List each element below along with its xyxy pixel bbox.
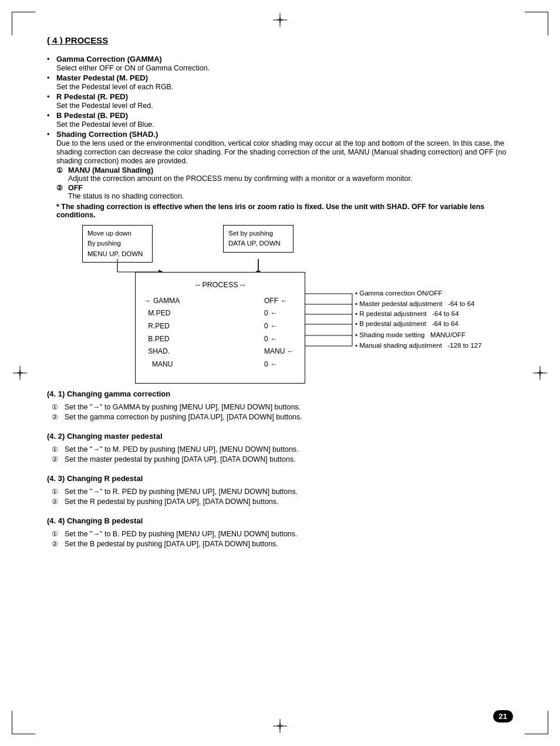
step-1-1: ② Set the master pedestal by pushing [DA…: [52, 455, 513, 463]
step-0-0: ① Set the "→" to GAMMA by pushing [MENU …: [52, 403, 513, 411]
warning-text: * The shading correction is effective wh…: [56, 203, 513, 219]
bullet-desc: Due to the lens used or the environmenta…: [56, 139, 506, 165]
numbered-item-1: ② OFFThe status is no shading correction…: [56, 184, 513, 200]
page-number: 21: [493, 710, 513, 723]
bullet-item-3: • B Pedestal (B. PED) Set the Pedestal l…: [47, 111, 513, 129]
step-text: Set the "→" to R. PED by pushing [MENU U…: [65, 488, 513, 496]
bullet-dot: •: [47, 92, 56, 110]
section-heading-0: (4. 1) Changing gamma correction: [47, 389, 513, 398]
bullet-dot: •: [47, 55, 56, 72]
bullet-desc: Set the Pedestal level of each RGB.: [56, 83, 173, 91]
crosshair-right: [533, 366, 547, 380]
diagram-row-gamma: → GAMMA OFF ←: [144, 295, 296, 308]
corner-mark-tl: [12, 12, 35, 35]
corner-mark-bl: [12, 711, 35, 734]
step-text: Set the "→" to GAMMA by pushing [MENU UP…: [65, 403, 513, 411]
step-text: Set the R pedestal by pushing [DATA UP],…: [65, 498, 513, 506]
diagram-row-mped: M.PED 0 ←: [144, 307, 296, 320]
section-0: (4. 1) Changing gamma correction ① Set t…: [47, 389, 513, 421]
bullet-desc: Set the Pedestal level of Blue.: [56, 120, 154, 129]
step-0-1: ② Set the gamma correction by pushing [D…: [52, 413, 513, 421]
section-heading-1: (4. 2) Changing master pedestal: [47, 432, 513, 441]
bullet-content: Shading Correction (SHAD.) Due to the le…: [56, 130, 513, 165]
bullet-list: • Gamma Correction (GAMMA) Select either…: [47, 55, 513, 165]
diagram-box: -- PROCESS -- → GAMMA OFF ← M.PED 0 ← R.…: [135, 272, 305, 384]
annotation-manu: • Manual shading adjustment -128 to 127: [355, 341, 482, 350]
bullet-label: Master Pedestal (M. PED): [56, 73, 148, 82]
section-heading-3: (4. 4) Changing B pedestal: [47, 516, 513, 525]
corner-mark-tr: [525, 12, 548, 35]
bullet-label: Gamma Correction (GAMMA): [56, 55, 162, 63]
section-3: (4. 4) Changing B pedestal ① Set the "→"…: [47, 516, 513, 548]
bullet-desc: Set the Pedestal level of Red.: [56, 102, 153, 110]
bullet-item-2: • R Pedestal (R. PED) Set the Pedestal l…: [47, 92, 513, 110]
step-2-1: ② Set the R pedestal by pushing [DATA UP…: [52, 498, 513, 506]
annotation-rped: • R pedestal adjustment -64 to 64: [355, 309, 459, 318]
bullet-content: Gamma Correction (GAMMA) Select either O…: [56, 55, 513, 72]
bullet-content: R Pedestal (R. PED) Set the Pedestal lev…: [56, 92, 513, 110]
num-circle: ②: [56, 184, 68, 200]
bullet-item-4: • Shading Correction (SHAD.) Due to the …: [47, 130, 513, 165]
bullet-dot: •: [47, 73, 56, 91]
bullet-content: B Pedestal (B. PED) Set the Pedestal lev…: [56, 111, 513, 129]
num-content: MANU (Manual Shading)Adjust the correcti…: [68, 166, 513, 183]
num-circle: ①: [56, 166, 68, 183]
callout-move: Move up downBy pushingMENU UP, DOWN: [82, 225, 153, 263]
bullet-label: B Pedestal (B. PED): [56, 111, 128, 120]
annotation-mped: • Master pedestal adjustment -64 to 64: [355, 299, 474, 308]
diagram-container: Move up downBy pushingMENU UP, DOWN Set …: [82, 225, 493, 378]
bullet-dot: •: [47, 111, 56, 129]
diagram-row-manu: MANU 0 ←: [144, 358, 296, 371]
bullet-dot: •: [47, 130, 56, 165]
corner-mark-br: [525, 711, 548, 734]
step-num: ②: [52, 413, 65, 421]
step-num: ①: [52, 530, 65, 538]
page-title: ( 4 ) PROCESS: [47, 35, 513, 45]
diagram-row-rped: R.PED 0 ←: [144, 320, 296, 333]
sections-container: (4. 1) Changing gamma correction ① Set t…: [47, 389, 513, 548]
diagram-row-shad: SHAD. MANU ←: [144, 345, 296, 358]
step-text: Set the B pedestal by pushing [DATA UP],…: [65, 540, 513, 548]
step-3-1: ② Set the B pedestal by pushing [DATA UP…: [52, 540, 513, 548]
step-text: Set the "→" to M. PED by pushing [MENU U…: [65, 445, 513, 453]
step-2-0: ① Set the "→" to R. PED by pushing [MENU…: [52, 488, 513, 496]
annotation-gamma: • Gamma correction ON/OFF: [355, 288, 442, 298]
bullet-label: Shading Correction (SHAD.): [56, 130, 158, 139]
step-num: ①: [52, 445, 65, 453]
annotation-bped: • B pedestal adjustment -64 to 64: [355, 319, 458, 328]
bullet-label: R Pedestal (R. PED): [56, 92, 128, 101]
step-num: ②: [52, 455, 65, 463]
bullet-content: Master Pedestal (M. PED) Set the Pedesta…: [56, 73, 513, 91]
section-1: (4. 2) Changing master pedestal ① Set th…: [47, 432, 513, 463]
annotation-shad: • Shading mode setting MANU/OFF: [355, 330, 465, 340]
diagram-row-bped: B.PED 0 ←: [144, 333, 296, 346]
num-content: OFFThe status is no shading correction.: [68, 184, 513, 200]
step-3-0: ① Set the "→" to B. PED by pushing [MENU…: [52, 530, 513, 538]
step-text: Set the gamma correction by pushing [DAT…: [65, 413, 513, 421]
crosshair-top: [273, 13, 287, 27]
section-2: (4. 3) Changing R pedestal ① Set the "→"…: [47, 474, 513, 506]
step-num: ①: [52, 488, 65, 496]
diagram-title: -- PROCESS --: [144, 278, 296, 293]
section-heading-2: (4. 3) Changing R pedestal: [47, 474, 513, 483]
page: ( 4 ) PROCESS • Gamma Correction (GAMMA)…: [0, 0, 560, 746]
step-text: Set the master pedestal by pushing [DATA…: [65, 455, 513, 463]
numbered-items: ① MANU (Manual Shading)Adjust the correc…: [47, 166, 513, 200]
step-num: ②: [52, 540, 65, 548]
numbered-item-0: ① MANU (Manual Shading)Adjust the correc…: [56, 166, 513, 183]
crosshair-bottom: [273, 719, 287, 733]
crosshair-left: [13, 366, 27, 380]
step-1-0: ① Set the "→" to M. PED by pushing [MENU…: [52, 445, 513, 453]
bullet-item-1: • Master Pedestal (M. PED) Set the Pedes…: [47, 73, 513, 91]
step-text: Set the "→" to B. PED by pushing [MENU U…: [65, 530, 513, 538]
step-num: ②: [52, 498, 65, 506]
bullet-item-0: • Gamma Correction (GAMMA) Select either…: [47, 55, 513, 72]
step-num: ①: [52, 403, 65, 411]
callout-set: Set by pushingDATA UP, DOWN: [223, 225, 294, 253]
bullet-desc: Select either OFF or ON of Gamma Correct…: [56, 64, 210, 72]
